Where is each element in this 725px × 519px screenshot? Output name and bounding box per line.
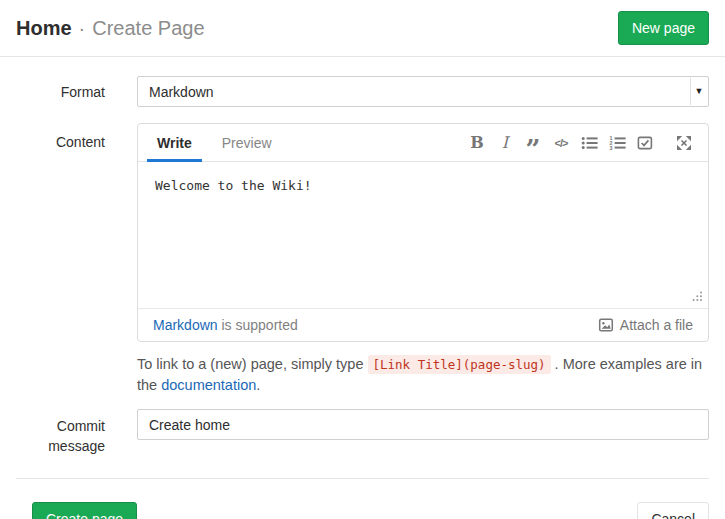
code-icon: </>: [555, 137, 568, 149]
wiki-form: Format Markdown ▼ Content Write Preview: [0, 76, 725, 456]
content-row: Content Write Preview B I ” </>: [16, 123, 709, 342]
bullet-list-icon: [581, 135, 598, 151]
commit-message-label: Commit message: [16, 409, 105, 456]
page-title: Home · Create Page: [16, 17, 205, 40]
cancel-button[interactable]: Cancel: [637, 502, 709, 519]
attach-file-button[interactable]: Attach a file: [598, 317, 693, 333]
svg-text:3: 3: [609, 144, 612, 150]
tab-write[interactable]: Write: [155, 124, 194, 161]
format-label: Format: [16, 76, 105, 107]
quote-icon: ”: [526, 144, 541, 154]
editor-header: Write Preview B I ” </>: [138, 124, 708, 162]
page-title-subtitle: Create Page: [92, 17, 204, 40]
link-hint-text: To link to a (new) page, simply type [Li…: [137, 354, 709, 395]
editor-footer: Markdown is supported Attach a file: [138, 308, 708, 341]
page-header: Home · Create Page New page: [0, 0, 725, 57]
markdown-help-link[interactable]: Markdown: [153, 317, 218, 333]
hint-period: .: [256, 377, 260, 393]
markdown-editor: Write Preview B I ” </>: [137, 123, 709, 342]
wiki-create-page: Home · Create Page New page Format Markd…: [0, 0, 725, 519]
format-select-value: Markdown: [149, 84, 214, 100]
editor-tabs: Write Preview: [155, 124, 274, 161]
commit-message-input[interactable]: [137, 409, 709, 440]
page-title-home: Home: [16, 17, 72, 40]
attach-image-icon: [598, 317, 614, 333]
bold-icon: B: [470, 133, 484, 152]
italic-button[interactable]: I: [495, 133, 515, 153]
commit-message-row: Commit message: [16, 409, 709, 456]
numbered-list-icon: 1 2 3: [609, 135, 626, 151]
italic-icon: I: [502, 133, 508, 152]
fullscreen-button[interactable]: [674, 133, 694, 153]
editor-toolbar: B I ” </>: [459, 124, 694, 161]
supported-text: is supported: [218, 317, 298, 333]
content-label: Content: [16, 123, 105, 342]
form-actions: Create page Cancel: [16, 478, 709, 519]
numbered-list-button[interactable]: 1 2 3: [607, 133, 627, 153]
quote-button[interactable]: ”: [523, 133, 543, 153]
fullscreen-icon: [676, 135, 692, 151]
title-separator: ·: [79, 17, 86, 40]
format-row: Format Markdown ▼: [16, 76, 709, 107]
attach-file-label: Attach a file: [620, 317, 693, 333]
tab-preview[interactable]: Preview: [220, 124, 274, 161]
editor-body: Welcome to the Wiki!: [138, 162, 708, 308]
task-list-button[interactable]: [635, 133, 655, 153]
bold-button[interactable]: B: [467, 133, 487, 153]
code-button[interactable]: </>: [551, 133, 571, 153]
hint-before-code: To link to a (new) page, simply type: [137, 356, 368, 372]
task-list-icon: [637, 135, 653, 151]
documentation-link[interactable]: documentation: [161, 377, 256, 393]
resize-grip-handle[interactable]: [692, 290, 703, 305]
new-page-button[interactable]: New page: [618, 11, 709, 45]
create-page-button[interactable]: Create page: [32, 502, 137, 519]
bullet-list-button[interactable]: [579, 133, 599, 153]
markdown-supported-note: Markdown is supported: [153, 317, 298, 333]
select-dropdown-arrow-icon: ▼: [690, 78, 707, 105]
format-select[interactable]: Markdown ▼: [137, 76, 709, 107]
link-syntax-code: [Link Title](page-slug): [368, 355, 551, 374]
content-textarea[interactable]: Welcome to the Wiki!: [155, 178, 691, 292]
